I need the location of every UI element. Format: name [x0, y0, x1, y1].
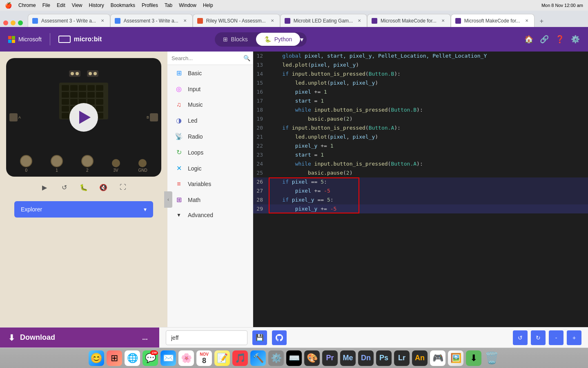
undo-button[interactable]: ↺ — [513, 330, 528, 345]
line-num-25: 25 — [256, 168, 270, 177]
dock-premiere[interactable]: Pr — [322, 350, 338, 366]
dock-photos[interactable]: 🌸 — [178, 350, 194, 366]
tab-3[interactable]: Microbit LED Eating Gam... ✕ — [280, 14, 367, 27]
dock-mail[interactable]: ✉️ — [160, 350, 176, 366]
sim-led-5 — [96, 85, 103, 91]
sim-play-button[interactable] — [69, 103, 98, 132]
tab-2[interactable]: Riley WILSON - Assessm... ✕ — [193, 14, 280, 27]
music-label: Music — [188, 101, 203, 108]
dock-finder[interactable]: 😊 — [89, 350, 104, 366]
download-more-button[interactable]: ... — [139, 332, 151, 344]
dock-adobe-cc[interactable]: 🎨 — [304, 350, 320, 366]
tab-4[interactable]: Microsoft MakeCode for... ✕ — [367, 14, 451, 27]
apple-menu[interactable]: 🍎 — [5, 2, 12, 9]
home-icon[interactable]: 🏠 — [524, 35, 533, 44]
sim-button-b[interactable] — [150, 113, 158, 121]
redo-button[interactable]: ↻ — [531, 330, 546, 345]
toolbox-item-variables[interactable]: ≡ Variables — [167, 176, 253, 192]
menu-tab[interactable]: Tab — [165, 2, 172, 8]
menu-history[interactable]: History — [89, 2, 104, 8]
zoom-in-button[interactable]: + — [567, 330, 581, 345]
toolbox-item-math[interactable]: ⊞ Math — [167, 192, 253, 208]
explorer-button[interactable]: Explorer ▾ — [14, 201, 153, 218]
dock-media-encoder[interactable]: Me — [340, 350, 356, 366]
dock-chrome[interactable]: 🌐 — [125, 350, 140, 366]
menu-view[interactable]: View — [72, 2, 82, 8]
save-to-computer-button[interactable]: 💾 — [252, 330, 267, 345]
settings-icon[interactable]: ⚙️ — [571, 35, 580, 44]
sidebar-collapse-button[interactable]: ‹ — [164, 191, 172, 208]
sim-led-12 — [70, 99, 78, 105]
tab-1[interactable]: Assessment 3 - Write a... ✕ — [110, 14, 193, 27]
line-num-22: 22 — [256, 141, 270, 150]
code-content[interactable]: 12 global pixel, start, pixel_y, Pellet_… — [253, 52, 588, 344]
dock-roblox[interactable]: 🎮 — [430, 350, 445, 366]
toolbox-item-input[interactable]: ◎ Input — [167, 81, 253, 97]
dock-animate[interactable]: An — [412, 350, 428, 366]
tab-0[interactable]: Assessment 3 - Write a... ✕ — [28, 14, 110, 27]
toggle-chevron[interactable]: ▾ — [297, 32, 307, 47]
tab-close-0[interactable]: ✕ — [99, 18, 106, 24]
dock-dimension[interactable]: Dn — [358, 350, 374, 366]
dock-systemprefs[interactable]: ⚙️ — [268, 350, 284, 366]
menu-help[interactable]: Help — [203, 2, 213, 8]
advanced-collapse-icon: ▼ — [176, 212, 181, 218]
logic-label: Logic — [188, 165, 201, 172]
toolbox-search-input[interactable] — [172, 55, 240, 61]
toolbox-item-music[interactable]: ♫ Music — [167, 97, 253, 112]
window-close[interactable] — [3, 20, 8, 25]
dock-notes[interactable]: 📝 — [214, 350, 230, 366]
new-tab-button[interactable]: + — [536, 16, 548, 27]
blocks-toggle[interactable]: ⊞ Blocks — [215, 33, 256, 46]
tab-close-5[interactable]: ✕ — [523, 18, 530, 24]
python-toggle[interactable]: 🐍 Python — [256, 33, 301, 46]
music-dock-icon: 🎵 — [235, 353, 246, 364]
toolbox-item-loops[interactable]: ↻ Loops — [167, 144, 253, 160]
window-minimize[interactable] — [11, 20, 16, 25]
menu-bookmarks[interactable]: Bookmarks — [111, 2, 135, 8]
sim-run-button[interactable]: ▶ — [37, 180, 52, 195]
tab-close-1[interactable]: ✕ — [182, 18, 188, 24]
sim-button-a[interactable] — [9, 113, 18, 121]
sim-mute-button[interactable]: 🔇 — [96, 180, 111, 195]
dock-photoshop[interactable]: Ps — [376, 350, 392, 366]
toolbox-item-logic[interactable]: ✕ Logic — [167, 160, 253, 176]
dock-messages[interactable]: 💬 158 — [143, 350, 158, 366]
menu-window[interactable]: Window — [179, 2, 196, 8]
github-button[interactable] — [272, 330, 287, 345]
window-maximize[interactable] — [18, 20, 23, 25]
dock-launchpad[interactable]: ⊞ — [107, 350, 122, 366]
sim-fullscreen-button[interactable]: ⛶ — [116, 180, 130, 195]
tab-close-2[interactable]: ✕ — [269, 18, 276, 24]
dock-appstore[interactable]: 🔨 — [250, 350, 266, 366]
line-code-18: while input.button_is_pressed(Button.B): — [270, 105, 423, 114]
download-button[interactable]: ⬇ Download ... — [0, 328, 159, 348]
menu-chrome[interactable]: Chrome — [18, 2, 36, 8]
dock-calendar[interactable]: NOV 8 — [196, 350, 212, 366]
tab-close-4[interactable]: ✕ — [440, 18, 446, 24]
dock-lightroom[interactable]: Lr — [394, 350, 410, 366]
line-code-12: global pixel, start, pixel_y, Pellet_Loc… — [270, 52, 487, 61]
menu-edit[interactable]: Edit — [57, 2, 65, 8]
toolbox-item-basic[interactable]: ⊞ Basic — [167, 65, 253, 81]
sim-restart-button[interactable]: ↺ — [57, 180, 71, 195]
help-icon[interactable]: ❓ — [555, 35, 564, 44]
dock-trash[interactable]: 🗑️ — [484, 350, 499, 366]
project-name-input[interactable] — [166, 330, 247, 345]
toolbox-item-advanced[interactable]: ▼ Advanced — [167, 208, 253, 222]
menu-file[interactable]: File — [42, 2, 50, 8]
toolbox-item-radio[interactable]: 📡 Radio — [167, 128, 253, 144]
adobe-cc-icon: 🎨 — [307, 353, 318, 364]
zoom-out-button[interactable]: - — [549, 330, 564, 345]
tab-5[interactable]: Microsoft MakeCode for... ✕ — [451, 14, 535, 27]
dock-preview[interactable]: 🖼️ — [448, 350, 463, 366]
dock-terminal[interactable]: ⌨️ — [286, 350, 302, 366]
tab-close-3[interactable]: ✕ — [356, 18, 363, 24]
toolbox-item-led[interactable]: ◑ Led — [167, 112, 253, 128]
menu-profiles[interactable]: Profiles — [142, 2, 158, 8]
sim-eye-dot-3 — [89, 72, 92, 75]
dock-utorrent[interactable]: ⬇ — [466, 350, 481, 366]
dock-music[interactable]: 🎵 — [232, 350, 248, 366]
share-icon[interactable]: 🔗 — [540, 35, 549, 44]
sim-debug-button[interactable]: 🐛 — [76, 180, 91, 195]
